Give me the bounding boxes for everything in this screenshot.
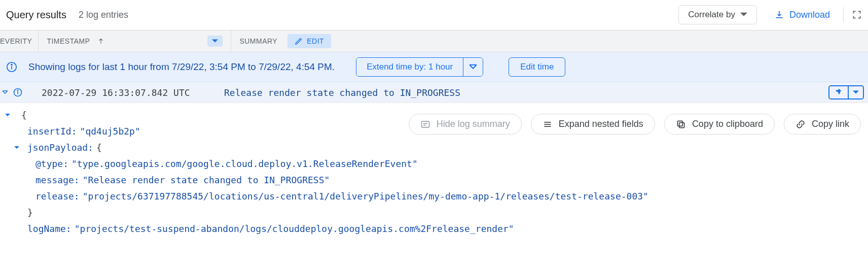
download-icon [774,10,784,20]
json-value: "projects/test-suspend-abandon/logs/clou… [75,221,514,237]
log-timestamp: 2022-07-29 16:33:07.842 UTC [42,87,224,98]
pencil-icon [295,37,303,45]
results-header: Query results 2 log entries Correlate by… [0,0,868,30]
extend-time-button[interactable]: Extend time by: 1 hour [356,58,463,76]
pin-dropdown[interactable] [848,86,863,98]
json-key: release [35,188,74,205]
download-button[interactable]: Download [769,7,835,23]
edit-summary-button[interactable]: EDIT [287,34,331,48]
summary-label: SUMMARY [239,37,277,45]
column-timestamp[interactable]: TIMESTAMP [39,30,231,52]
json-value: "qd4uj5b2p" [80,123,140,140]
severity-info-icon [10,87,25,97]
pin-group [828,85,864,99]
extend-time-group: Extend time by: 1 hour [356,57,483,77]
json-key: @type [35,156,63,172]
column-summary: SUMMARY EDIT [231,30,339,52]
info-icon [6,61,17,73]
json-value: "projects/637197788545/locations/us-cent… [83,188,648,205]
json-close-brace: } [3,205,868,221]
json-field-release[interactable]: release: "projects/637197788545/location… [3,188,868,205]
timestamp-dropdown-button[interactable] [207,36,223,47]
caret-down-icon [740,11,747,18]
timestamp-label: TIMESTAMP [47,37,90,45]
svg-point-5 [17,90,18,91]
arrow-up-icon [97,38,104,45]
edit-time-button[interactable]: Edit time [509,57,565,77]
columns-header: EVERITY TIMESTAMP SUMMARY EDIT [0,30,868,52]
severity-label: EVERITY [0,37,32,45]
json-field-type[interactable]: @type: "type.googleapis.com/google.cloud… [3,156,868,172]
caret-down-icon[interactable] [12,145,21,150]
time-range-text: Showing logs for last 1 hour from 7/29/2… [28,61,335,73]
json-field-insertid[interactable]: insertId: "qd4uj5b2p" [3,123,868,140]
json-value: "type.googleapis.com/google.cloud.deploy… [71,156,418,172]
entry-count: 2 log entries [79,10,128,20]
caret-down-icon[interactable] [3,113,12,118]
fullscreen-icon[interactable] [852,10,862,20]
log-summary: Release render state changed to IN_PROGR… [224,87,828,98]
page-title: Query results [6,9,66,21]
json-key: insertId [27,123,71,140]
svg-point-2 [11,64,12,65]
expand-row-icon[interactable] [0,90,10,95]
column-severity[interactable]: EVERITY [0,30,39,52]
json-view: { insertId: "qd4uj5b2p" jsonPayload: { @… [0,103,868,237]
correlate-label: Correlate by [688,10,735,20]
download-label: Download [789,10,830,20]
json-value: "Release render state changed to IN_PROG… [83,172,330,188]
extend-time-dropdown[interactable] [463,58,483,76]
divider [843,7,844,22]
json-field-message[interactable]: message: "Release render state changed t… [3,172,868,188]
correlate-by-button[interactable]: Correlate by [678,5,757,24]
log-row[interactable]: 2022-07-29 16:33:07.842 UTC Release rend… [0,82,868,103]
pin-button[interactable] [829,86,848,98]
json-key: logName [27,221,66,237]
json-field-jsonpayload[interactable]: jsonPayload: { [3,140,868,156]
edit-label: EDIT [307,37,324,45]
json-field-logname[interactable]: logName: "projects/test-suspend-abandon/… [3,221,868,237]
json-key: jsonPayload [27,140,88,156]
time-range-bar: Showing logs for last 1 hour from 7/29/2… [0,52,868,82]
json-open-brace[interactable]: { [3,107,868,123]
json-key: message [35,172,74,188]
